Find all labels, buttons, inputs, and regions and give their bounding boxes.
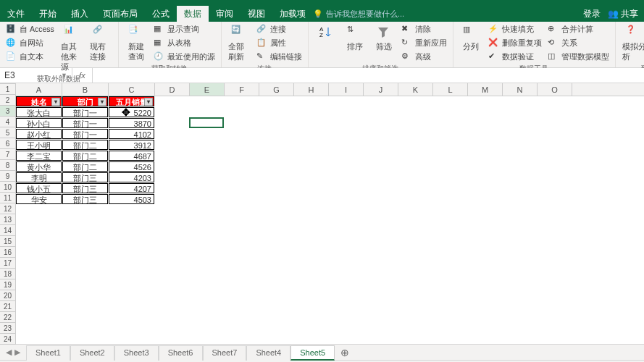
tab-view[interactable]: 视图 (241, 6, 272, 22)
row-header-2[interactable]: 2 (0, 95, 15, 106)
share-button[interactable]: 👥 共享 (608, 8, 638, 20)
sheet-tab-Sheet2[interactable]: Sheet2 (70, 345, 114, 361)
data-model-button[interactable]: ◫管理数据模型 (546, 51, 611, 64)
refresh-all-button[interactable]: 🔄全部刷新 (226, 23, 252, 64)
cell-B5[interactable]: 部门二 (62, 140, 108, 150)
from-text-button[interactable]: 📄自文本 (4, 51, 56, 64)
remove-dup-button[interactable]: ❌删除重复项 (487, 37, 543, 50)
tab-layout[interactable]: 页面布局 (96, 6, 145, 22)
cell-C4[interactable]: 4102 (109, 129, 154, 139)
cell-A4[interactable]: 赵小红 (16, 129, 62, 139)
cell-A2[interactable]: 张大白 (16, 107, 62, 117)
tab-nav-next[interactable]: ▶ (14, 348, 20, 357)
row-header-12[interactable]: 12 (0, 203, 15, 214)
sheet-tab-Sheet5[interactable]: Sheet5 (290, 345, 335, 361)
cell-B3[interactable]: 部门一 (62, 118, 108, 128)
tab-home[interactable]: 开始 (32, 6, 64, 22)
row-header-20[interactable]: 20 (0, 290, 15, 301)
sheet-tab-Sheet3[interactable]: Sheet3 (114, 345, 159, 361)
col-header-O[interactable]: O (538, 83, 572, 96)
tab-addins[interactable]: 加载项 (272, 6, 313, 22)
new-sheet-button[interactable]: ⊕ (335, 347, 355, 358)
show-queries-button[interactable]: ▦显示查询 (152, 23, 217, 36)
existing-conn-button[interactable]: 🔗现有连接 (88, 23, 114, 64)
cell-C1[interactable]: 五月销量▾ (109, 96, 154, 106)
cell-B7[interactable]: 部门二 (62, 161, 108, 172)
row-header-7[interactable]: 7 (0, 149, 15, 160)
clear-filter-button[interactable]: ✖清除 (400, 23, 448, 36)
tab-data[interactable]: 数据 (177, 6, 209, 22)
filter-arrow-name[interactable]: ▾ (51, 98, 60, 106)
cell-B1[interactable]: 部门▾ (62, 96, 108, 106)
from-table-button[interactable]: ▦从表格 (152, 37, 217, 50)
advanced-filter-button[interactable]: ⚙高级 (400, 51, 448, 64)
login-button[interactable]: 登录 (583, 8, 601, 20)
col-header-J[interactable]: J (364, 83, 398, 96)
cell-B4[interactable]: 部门一 (62, 129, 108, 139)
tab-formulas[interactable]: 公式 (145, 6, 177, 22)
cell-A6[interactable]: 李二宝 (16, 151, 62, 161)
row-header-9[interactable]: 9 (0, 171, 15, 182)
cell-B8[interactable]: 部门三 (62, 172, 108, 182)
cell-A9[interactable]: 钱小五 (16, 183, 62, 193)
cell-C5[interactable]: 3912 (109, 140, 154, 150)
sheet-tab-Sheet1[interactable]: Sheet1 (26, 345, 70, 361)
col-header-A[interactable]: A (16, 83, 62, 96)
cell-A7[interactable]: 黄小华 (16, 161, 62, 172)
text-to-columns-button[interactable]: ▥分列 (458, 23, 484, 54)
data-validation-button[interactable]: ✔数据验证 (487, 51, 543, 64)
name-box[interactable]: E3▼ (0, 68, 72, 83)
col-header-F[interactable]: F (225, 83, 259, 96)
col-header-M[interactable]: M (468, 83, 503, 96)
row-header-23[interactable]: 23 (0, 323, 15, 334)
row-header-1[interactable]: 1 (0, 84, 15, 95)
cell-B6[interactable]: 部门二 (62, 151, 108, 161)
whatif-button[interactable]: ❓模拟分析 (620, 23, 644, 64)
row-header-4[interactable]: 4 (0, 117, 15, 127)
row-header-18[interactable]: 18 (0, 269, 15, 279)
row-header-22[interactable]: 22 (0, 312, 15, 323)
cell-C8[interactable]: 4203 (109, 172, 154, 182)
cell-C3[interactable]: 3870 (109, 118, 154, 128)
col-header-G[interactable]: G (259, 83, 294, 96)
connections-button[interactable]: 🔗连接 (255, 23, 304, 36)
formula-bar[interactable] (93, 68, 644, 83)
tab-file[interactable]: 文件 (0, 6, 32, 22)
properties-button[interactable]: 📋属性 (255, 37, 304, 50)
filter-arrow-sales[interactable]: ▾ (144, 98, 153, 106)
col-header-D[interactable]: D (155, 83, 190, 96)
from-web-button[interactable]: 🌐自网站 (4, 37, 56, 50)
row-header-11[interactable]: 11 (0, 193, 15, 203)
cell-C10[interactable]: 4503 (109, 194, 154, 204)
row-header-3[interactable]: 3 (0, 106, 15, 117)
row-header-21[interactable]: 21 (0, 301, 15, 312)
tab-review[interactable]: 审阅 (209, 6, 241, 22)
new-query-button[interactable]: 📑新建 查询 (123, 23, 149, 64)
row-header-24[interactable]: 24 (0, 334, 15, 345)
cell-C9[interactable]: 4207 (109, 183, 154, 193)
cell-C6[interactable]: 4687 (109, 151, 154, 161)
sheet-tab-Sheet7[interactable]: Sheet7 (203, 345, 247, 361)
sort-az-button[interactable]: AZ (313, 23, 339, 42)
edit-links-button[interactable]: ✎编辑链接 (255, 51, 304, 64)
row-header-14[interactable]: 14 (0, 225, 15, 236)
col-header-N[interactable]: N (503, 83, 538, 96)
reapply-button[interactable]: ↻重新应用 (400, 37, 448, 50)
cell-A10[interactable]: 华安 (16, 194, 62, 204)
cell-A5[interactable]: 王小明 (16, 140, 62, 150)
row-header-8[interactable]: 8 (0, 160, 15, 171)
row-header-17[interactable]: 17 (0, 258, 15, 269)
col-header-H[interactable]: H (294, 83, 329, 96)
filter-arrow-dept[interactable]: ▾ (98, 98, 106, 106)
row-header-5[interactable]: 5 (0, 127, 15, 138)
col-header-B[interactable]: B (62, 83, 109, 96)
tell-me[interactable]: 💡告诉我您想要做什么... (313, 9, 404, 20)
cell-C2[interactable]: 5220 (109, 107, 154, 117)
cell-A8[interactable]: 李明 (16, 172, 62, 182)
tab-insert[interactable]: 插入 (64, 6, 96, 22)
tab-nav-prev[interactable]: ◀ (6, 348, 12, 357)
sheet-tab-Sheet6[interactable]: Sheet6 (159, 345, 203, 361)
col-header-I[interactable]: I (329, 83, 364, 96)
flash-fill-button[interactable]: ⚡快速填充 (487, 23, 543, 36)
from-access-button[interactable]: 🗄️自 Access (4, 23, 56, 36)
